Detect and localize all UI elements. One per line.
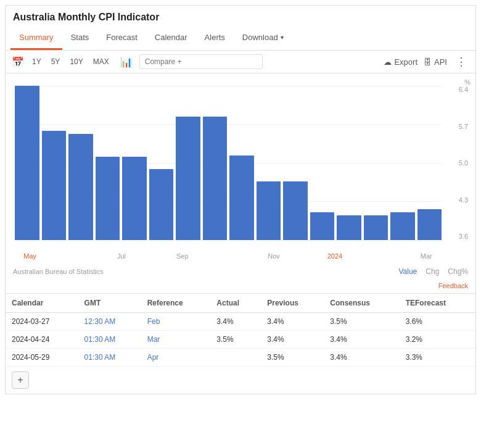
x-label-empty4 [198, 252, 228, 260]
x-label-jul: Jul [106, 252, 136, 260]
x-label-empty1 [45, 252, 75, 260]
value-tab-chg[interactable]: Chg [426, 267, 439, 276]
tab-summary[interactable]: Summary [10, 27, 62, 50]
compare-input[interactable] [139, 54, 263, 69]
period-5y[interactable]: 5Y [47, 56, 65, 68]
chart-type-icon[interactable]: 📊 [117, 55, 136, 69]
bar-group [257, 86, 281, 240]
table-cell: 2024-05-29 [6, 349, 78, 367]
chart-bar[interactable] [337, 215, 361, 240]
table-header-row: Calendar GMT Reference Actual Previous C… [6, 294, 475, 313]
col-actual: Actual [210, 294, 261, 313]
export-label: Export [394, 57, 417, 67]
x-label-empty3 [137, 252, 167, 260]
chart-bar[interactable] [176, 117, 200, 240]
tab-download[interactable]: Download ▾ [234, 27, 292, 50]
tab-forecast[interactable]: Forecast [97, 27, 146, 50]
x-label-2024: 2024 [319, 252, 350, 260]
table-cell: 3.4% [261, 331, 324, 349]
api-label: API [434, 57, 447, 67]
y-label: 5.7 [459, 123, 468, 130]
bar-group [337, 86, 361, 240]
col-gmt: GMT [78, 294, 141, 313]
table-cell: Mar [141, 331, 211, 349]
y-label: 3.6 [459, 233, 468, 240]
export-button[interactable]: ☁ Export [384, 57, 417, 67]
more-options-button[interactable]: ⋮ [453, 55, 469, 68]
period-10y[interactable]: 10Y [65, 56, 87, 68]
x-label-nov: Nov [258, 252, 289, 260]
y-label: 4.3 [459, 196, 468, 204]
bar-group [203, 86, 228, 240]
chart-bar[interactable] [364, 215, 388, 240]
chart-bar[interactable] [229, 156, 254, 241]
tab-calendar[interactable]: Calendar [146, 27, 196, 50]
x-label-mar: Mar [411, 252, 441, 260]
col-consensus: Consensus [324, 294, 399, 313]
bar-group [15, 86, 39, 240]
bar-group [390, 86, 415, 240]
period-buttons: 1Y 5Y 10Y MAX [28, 56, 113, 68]
chart-bar[interactable] [310, 212, 335, 240]
x-label-empty2 [76, 252, 106, 260]
calendar-icon[interactable]: 📅 [12, 56, 24, 68]
chart-bar[interactable] [122, 157, 147, 240]
table-cell: 3.5% [324, 313, 399, 331]
period-max[interactable]: MAX [89, 56, 113, 68]
chart-bar[interactable] [96, 157, 120, 240]
feedback-link[interactable]: Feedback [6, 281, 475, 293]
chart-bar[interactable] [390, 212, 415, 240]
chart-area: % 6.4 5.7 5.0 4.3 3.6 May Jul [6, 73, 475, 265]
table-cell: 01:30 AM [78, 331, 141, 349]
y-axis: 6.4 5.7 5.0 4.3 3.6 [459, 86, 468, 240]
export-icon: ☁ [384, 57, 392, 67]
table-row: 2024-05-2901:30 AMApr3.5%3.4%3.3% [6, 349, 475, 367]
bar-group [283, 86, 308, 240]
chart-bar[interactable] [283, 181, 308, 240]
table-cell: 3.3% [400, 349, 475, 367]
table-cell: 12:30 AM [78, 313, 141, 331]
col-reference: Reference [141, 294, 211, 313]
table-row: 2024-04-2401:30 AMMar3.5%3.4%3.4%3.2% [6, 331, 475, 349]
x-axis: May Jul Sep Nov 2024 Mar [15, 252, 442, 260]
value-tab-value[interactable]: Value [398, 267, 417, 276]
value-tabs: Value Chg Chg% [398, 267, 468, 276]
chart-bar[interactable] [257, 181, 281, 240]
chart-bar[interactable] [15, 86, 39, 240]
table-cell: 01:30 AM [78, 349, 141, 367]
api-button[interactable]: 🗄 API [424, 57, 447, 67]
period-1y[interactable]: 1Y [28, 56, 46, 68]
table-cell: 3.4% [324, 331, 399, 349]
page-title: Australia Monthly CPI Indicator [6, 6, 475, 27]
add-row-button[interactable]: + [12, 371, 29, 389]
y-label: 5.0 [459, 159, 468, 167]
bar-group [310, 86, 335, 240]
bar-group [417, 86, 442, 240]
x-label-empty7 [350, 252, 380, 260]
chart-bar[interactable] [149, 169, 174, 240]
chart-bar[interactable] [68, 134, 93, 241]
x-label-empty5 [228, 252, 258, 260]
toolbar-right: ☁ Export 🗄 API ⋮ [384, 55, 469, 68]
x-label-may: May [15, 252, 45, 260]
table-cell: 3.4% [261, 313, 324, 331]
download-label: Download [242, 33, 278, 42]
chart-bar[interactable] [417, 209, 442, 240]
value-tab-chgpct[interactable]: Chg% [448, 267, 468, 276]
y-label: 6.4 [459, 86, 468, 93]
x-label-empty8 [380, 252, 411, 260]
calendar-table: Calendar GMT Reference Actual Previous C… [6, 294, 475, 367]
table-cell: 2024-04-24 [6, 331, 78, 349]
tab-bar: Summary Stats Forecast Calendar Alerts D… [6, 27, 475, 51]
bar-group [68, 86, 93, 240]
tab-alerts[interactable]: Alerts [196, 27, 234, 50]
bar-group [176, 86, 200, 240]
chart-bars [15, 86, 442, 240]
table-cell: 3.5% [261, 349, 324, 367]
chart-bar[interactable] [203, 117, 228, 240]
bar-group [149, 86, 174, 240]
chart-bar[interactable] [42, 131, 67, 241]
table-cell: Apr [141, 349, 211, 367]
chart-toolbar: 📅 1Y 5Y 10Y MAX 📊 ☁ Export 🗄 API ⋮ [6, 51, 475, 73]
tab-stats[interactable]: Stats [62, 27, 98, 50]
